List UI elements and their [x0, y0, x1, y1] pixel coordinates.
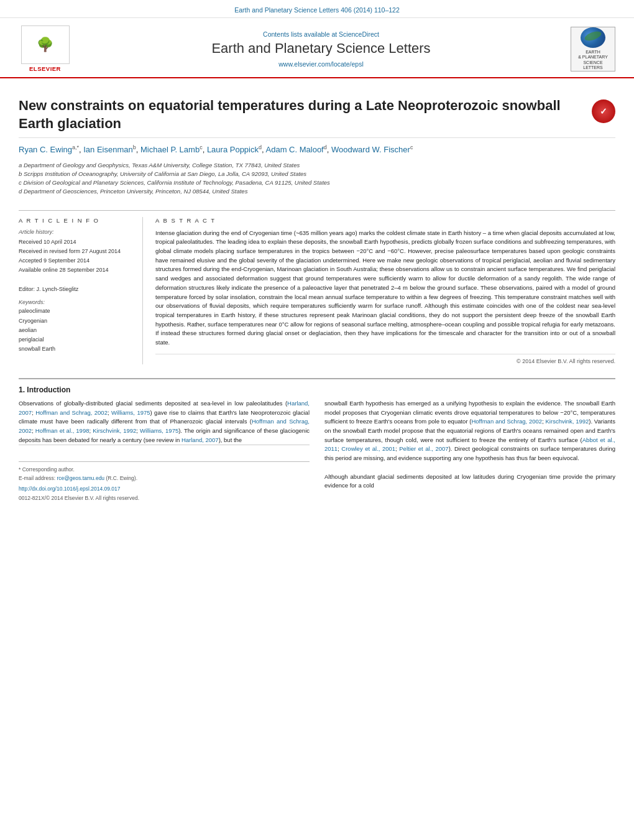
revised-date: Received in revised form 27 August 2014 [19, 247, 134, 256]
ref-hoffman-schrag-r[interactable]: Hoffman and Schrag, 2002 [471, 418, 542, 425]
footnote-area: * Corresponding author. E-mail address: … [19, 445, 310, 502]
earth-planetary-logo: EARTH& PLANETARYSCIENCELETTERS [571, 27, 615, 72]
history-label: Article history: [19, 229, 134, 235]
journal-citation-bar: Earth and Planetary Science Letters 406 … [0, 0, 634, 18]
introduction-section: 1. Introduction Observations of globally… [19, 378, 615, 502]
author-ryan: Ryan C. Ewing [19, 145, 72, 155]
info-abstract-columns: A R T I C L E I N F O Article history: R… [19, 210, 615, 364]
author-ian: Ian Eisenman [83, 145, 133, 155]
article-title-section: New constraints on equatorial temperatur… [19, 91, 615, 138]
article-title: New constraints on equatorial temperatur… [19, 97, 583, 132]
footnote-email: E-mail address: rce@geos.tamu.edu (R.C. … [19, 474, 310, 482]
keyword-2: Cryogenian [19, 316, 134, 326]
crossmark-icon: ✓ [600, 106, 607, 116]
elsevier-tree-icon: 🌳 [37, 38, 53, 52]
journal-header: 🌳 ELSEVIER Contents lists available at S… [0, 18, 634, 78]
earth-logo-label: EARTH& PLANETARYSCIENCELETTERS [578, 50, 608, 71]
crossmark-badge: ✓ [592, 99, 615, 123]
intro-left-col: Observations of globally-distributed gla… [19, 399, 310, 502]
affiliation-b: b Scripps Institution of Oceanography, U… [19, 170, 615, 178]
keyword-3: aeolian [19, 326, 134, 335]
journal-citation: Earth and Planetary Science Letters 406 … [234, 6, 400, 14]
intro-right-col: snowball Earth hypothesis has emerged as… [324, 399, 615, 502]
ref-harland2007b[interactable]: Harland, 2007 [181, 436, 219, 443]
article-info-column: A R T I C L E I N F O Article history: R… [19, 217, 143, 364]
the-word: the [234, 436, 242, 443]
abstract-header: A B S T R A C T [155, 217, 615, 224]
author-laura: Laura Poppick [207, 145, 259, 155]
ref-peltier[interactable]: Peltier et al., 2007 [399, 445, 448, 452]
affiliation-a: a Department of Geology and Geophysics, … [19, 161, 615, 170]
ref-kirschvink-r[interactable]: Kirschvink, 1992 [546, 418, 589, 425]
intro-section-title: 1. Introduction [19, 385, 615, 394]
affiliation-d: d Department of Geosciences, Princeton U… [19, 187, 615, 196]
doi-link[interactable]: http://dx.doi.org/10.1016/j.epsl.2014.09… [19, 485, 310, 493]
author-adam: Adam C. Maloof [266, 145, 324, 155]
ref-crowley[interactable]: Crowley et al., 2001 [341, 445, 395, 452]
editor: Editor: J. Lynch-Stieglitz [19, 285, 134, 294]
article-info-header: A R T I C L E I N F O [19, 217, 134, 224]
author-michael: Michael P. Lamb [140, 145, 200, 155]
elsevier-label: ELSEVIER [29, 65, 61, 72]
ref-williams1975b[interactable]: Williams, 1975 [140, 427, 178, 434]
journal-url[interactable]: www.elsevier.com/locate/epsl [84, 60, 558, 68]
keyword-5: snowball Earth [19, 344, 134, 354]
journal-name: Earth and Planetary Science Letters [84, 40, 558, 57]
email-link[interactable]: rce@geos.tamu.edu [57, 475, 104, 481]
ref-williams1975[interactable]: Williams, 1975 [111, 409, 150, 416]
abstract-column: A B S T R A C T Intense glaciation durin… [155, 217, 615, 364]
intro-columns: Observations of globally-distributed gla… [19, 399, 615, 502]
accepted-date: Accepted 9 September 2014 [19, 256, 134, 265]
ref-hoffman1998[interactable]: Hoffman et al., 1998 [35, 427, 90, 434]
keyword-4: periglacial [19, 335, 134, 344]
elsevier-logo: 🌳 ELSEVIER [19, 25, 71, 72]
ref-kirschvink1992[interactable]: Kirschvink, 1992 [93, 427, 136, 434]
received-date: Received 10 April 2014 [19, 238, 134, 247]
elsevier-logo-box: 🌳 [21, 25, 70, 64]
affiliations: a Department of Geology and Geophysics, … [19, 157, 615, 203]
available-date: Available online 28 September 2014 [19, 265, 134, 275]
globe-icon [581, 27, 605, 48]
authors-line: Ryan C. Ewinga,*, Ian Eisenmanb, Michael… [19, 138, 615, 157]
author-woodward: Woodward W. Fischer [331, 145, 410, 155]
article-content: New constraints on equatorial temperatur… [0, 78, 634, 515]
intro-right-para2: Although abundant glacial sediments depo… [324, 473, 615, 491]
intro-right-para1: snowball Earth hypothesis has emerged as… [324, 399, 615, 463]
ref-hoffman-schrag2002[interactable]: Hoffman and Schrag, 2002 [35, 409, 108, 416]
journal-title-center: Contents lists available at ScienceDirec… [71, 30, 571, 68]
page: Earth and Planetary Science Letters 406 … [0, 0, 634, 840]
keyword-1: paleoclimate [19, 307, 134, 316]
copyright-line: © 2014 Elsevier B.V. All rights reserved… [155, 354, 615, 364]
sciencedirect-link[interactable]: ScienceDirect [339, 30, 379, 38]
contents-available: Contents lists available at ScienceDirec… [84, 30, 558, 38]
keywords-label: Keywords: [19, 299, 134, 305]
affiliation-c: c Division of Geological and Planetary S… [19, 178, 615, 187]
intro-left-para: Observations of globally-distributed gla… [19, 399, 310, 445]
article-dates: Received 10 April 2014 Received in revis… [19, 238, 134, 295]
footnote-star: * Corresponding author. [19, 466, 310, 474]
abstract-text: Intense glaciation during the end of Cry… [155, 229, 615, 348]
keywords-list: paleoclimate Cryogenian aeolian periglac… [19, 307, 134, 354]
issn-line: 0012-821X/© 2014 Elsevier B.V. All right… [19, 494, 310, 502]
